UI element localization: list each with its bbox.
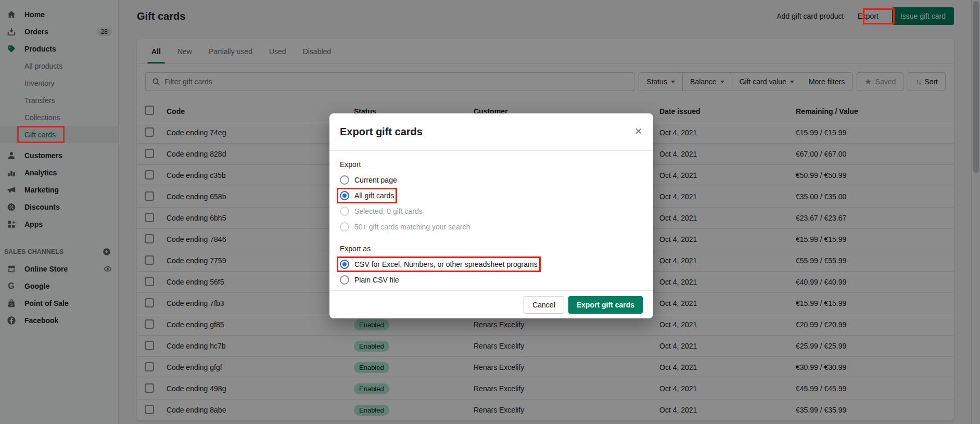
radio-option-label: CSV for Excel, Numbers, or other spreads…: [354, 260, 538, 268]
cancel-button[interactable]: Cancel: [524, 296, 564, 314]
radio-icon[interactable]: [340, 260, 349, 269]
modal-footer: Cancel Export gift cards: [329, 290, 653, 318]
modal-body: Export Current page All gift cards: [329, 151, 653, 286]
radio-icon[interactable]: [340, 191, 349, 200]
format-option-radio-row[interactable]: CSV for Excel, Numbers, or other spreads…: [340, 258, 643, 271]
radio-icon[interactable]: [340, 175, 349, 185]
radio-option-label: Current page: [354, 176, 397, 184]
export-gift-cards-submit-button[interactable]: Export gift cards: [568, 296, 643, 314]
export-option-radio-row[interactable]: Selected: 0 gift cards: [340, 205, 643, 217]
close-icon[interactable]: [632, 125, 645, 137]
radio-icon[interactable]: [340, 222, 349, 232]
gift-cards-admin-app: Home Orders 28 Products All products Inv…: [0, 0, 980, 424]
export-option-radio-row[interactable]: All gift cards: [340, 189, 643, 202]
radio-option-label: Selected: 0 gift cards: [354, 207, 423, 215]
radio-option-label: 50+ gift cards matching your search: [354, 223, 470, 231]
export-options: Current page All gift cards: [340, 174, 643, 233]
modal-title: Export gift cards: [340, 126, 423, 138]
radio-option-label: All gift cards: [354, 191, 394, 200]
export-option-radio-row[interactable]: 50+ gift cards matching your search: [340, 221, 643, 233]
radio-icon[interactable]: [340, 207, 349, 216]
export-gift-cards-modal: Export gift cards Export Current page: [329, 113, 653, 318]
export-as-section-label: Export as: [340, 245, 643, 253]
export-option-radio-row[interactable]: Current page: [340, 174, 643, 186]
radio-option-label: Plain CSV file: [354, 276, 399, 284]
format-option-radio-row[interactable]: Plain CSV file: [340, 274, 643, 286]
modal-header: Export gift cards: [329, 113, 653, 151]
format-options: CSV for Excel, Numbers, or other spreads…: [340, 258, 643, 286]
export-section-label: Export: [340, 160, 643, 169]
radio-icon[interactable]: [340, 275, 349, 285]
